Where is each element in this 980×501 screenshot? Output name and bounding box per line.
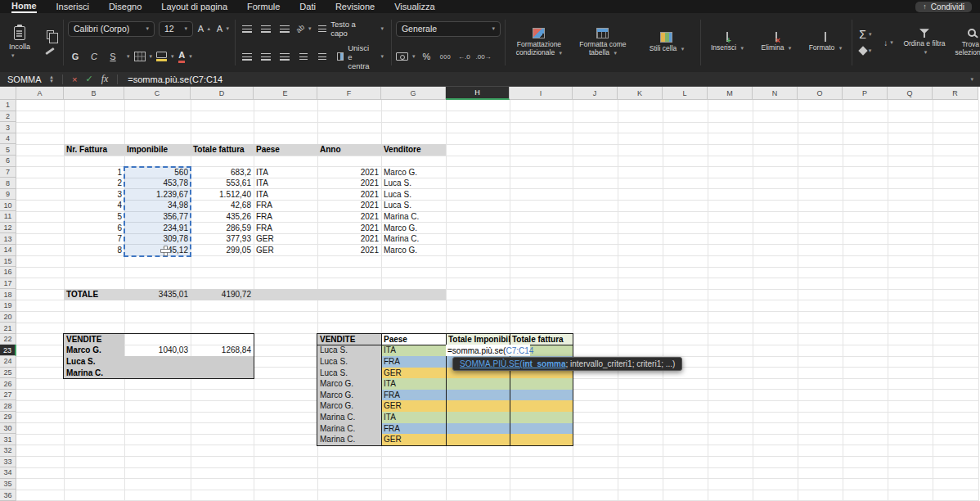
cell-F30[interactable]: Marina C. (317, 423, 381, 435)
insert-cells-button[interactable]: Inserisci ▾ (705, 34, 749, 52)
column-header-J[interactable]: J (573, 87, 618, 100)
format-painter-button[interactable] (41, 44, 59, 57)
row-header-19[interactable]: 19 (0, 300, 16, 312)
tab-visualizza[interactable]: Visualizza (394, 1, 434, 12)
column-header-L[interactable]: L (663, 87, 708, 100)
font-color-button[interactable]: A▾ (178, 49, 193, 64)
increase-font-size-button[interactable]: A▲ (197, 21, 212, 36)
cell-C11[interactable]: 356,77 (124, 211, 191, 223)
cell-E9[interactable]: ITA (254, 189, 317, 201)
cell-C23[interactable]: 1040,03 (124, 345, 191, 356)
cell-G14[interactable]: Marco G. (381, 245, 446, 256)
comma-format-button[interactable]: 000 (438, 49, 452, 64)
row-header-16[interactable]: 16 (0, 267, 16, 278)
fill-color-button[interactable]: ▾ (156, 49, 174, 64)
cell-C18[interactable]: 3435,01 (124, 289, 191, 300)
column-header-E[interactable]: E (254, 87, 317, 100)
cell-B13[interactable]: 7 (64, 233, 124, 245)
tab-inserisci[interactable]: Inserisci (56, 1, 89, 12)
cell-D8[interactable]: 553,61 (191, 178, 254, 189)
row-header-9[interactable]: 9 (0, 189, 16, 201)
cell-B10[interactable]: 4 (64, 200, 124, 211)
column-header-R[interactable]: R (933, 87, 978, 100)
underline-button[interactable]: S (106, 49, 120, 64)
cell-C5[interactable]: Imponibile (124, 144, 191, 156)
align-bottom-button[interactable] (277, 21, 292, 36)
row-header-4[interactable]: 4 (0, 133, 16, 145)
cell-D5[interactable]: Totale fattura (191, 144, 254, 156)
row-header-7[interactable]: 7 (0, 167, 16, 178)
cell-B25[interactable]: Marina C. (64, 368, 124, 379)
cell-F10[interactable]: 2021 (317, 200, 381, 211)
align-middle-button[interactable] (258, 21, 273, 36)
row-header-36[interactable]: 36 (0, 490, 16, 501)
column-header-D[interactable]: D (191, 87, 254, 100)
cell-B12[interactable]: 6 (64, 223, 124, 234)
cell-F31[interactable]: Marina C. (317, 434, 381, 445)
decrease-indent-button[interactable] (296, 49, 311, 64)
cell-F27[interactable]: Marco G. (317, 390, 381, 401)
cell-F29[interactable]: Marina C. (317, 412, 381, 423)
cell-C7[interactable]: 560 (124, 167, 191, 178)
row-header-31[interactable]: 31 (0, 434, 16, 445)
cell-G22[interactable]: Paese (381, 334, 446, 345)
cell-G31[interactable]: GER (381, 434, 446, 445)
cell-C10[interactable]: 34,98 (124, 200, 191, 211)
cell-G11[interactable]: Marina C. (381, 211, 446, 223)
percent-format-button[interactable]: % (419, 49, 434, 64)
font-size-select[interactable]: 12 ▾ (159, 21, 193, 37)
column-header-H[interactable]: H (446, 87, 510, 100)
cell-F25[interactable]: Luca S. (317, 368, 381, 379)
column-header-F[interactable]: F (317, 87, 381, 100)
cell-B8[interactable]: 2 (64, 178, 124, 189)
row-header-11[interactable]: 11 (0, 211, 16, 223)
cell-E13[interactable]: GER (254, 233, 317, 245)
row-header-22[interactable]: 22 (0, 334, 16, 345)
cell-D11[interactable]: 435,26 (191, 211, 254, 223)
function-name-link[interactable]: SOMMA.PIÙ.SE( (460, 359, 523, 368)
cell-B5[interactable]: Nr. Fattura (64, 144, 124, 156)
row-header-8[interactable]: 8 (0, 178, 16, 189)
cell-E8[interactable]: ITA (254, 178, 317, 189)
cell-F8[interactable]: 2021 (317, 178, 381, 189)
column-header-P[interactable]: P (843, 87, 888, 100)
cell-G29[interactable]: ITA (381, 412, 446, 423)
column-header-G[interactable]: G (381, 87, 446, 100)
orientation-button[interactable]: ab▾ (296, 21, 311, 36)
row-header-12[interactable]: 12 (0, 223, 16, 234)
cell-F28[interactable]: Marco G. (317, 400, 381, 412)
cell-F5[interactable]: Anno (317, 144, 381, 156)
cell-I22[interactable]: Totale fattura (510, 334, 573, 345)
row-header-29[interactable]: 29 (0, 412, 16, 423)
cancel-entry-icon[interactable]: × (72, 74, 77, 84)
name-box[interactable]: SOMMA (0, 74, 46, 84)
select-all-corner[interactable] (0, 87, 16, 100)
row-header-33[interactable]: 33 (0, 457, 16, 468)
share-button[interactable]: ↑ Condividi (915, 2, 972, 12)
cell-G10[interactable]: Luca S. (381, 200, 446, 211)
cell-D9[interactable]: 1.512,40 (191, 189, 254, 201)
italic-button[interactable]: C (87, 49, 101, 64)
align-right-button[interactable] (277, 49, 292, 64)
cell-F11[interactable]: 2021 (317, 211, 381, 223)
cell-F22[interactable]: VENDITE (317, 334, 381, 345)
paste-button[interactable]: Incolla ▾ (3, 26, 36, 59)
format-as-table-button[interactable]: Formatta come tabella ▾ (573, 28, 632, 57)
cell-E12[interactable]: FRA (254, 223, 317, 234)
cell-G24[interactable]: FRA (381, 356, 446, 368)
cell-G30[interactable]: FRA (381, 423, 446, 435)
formula-bar-expand-icon[interactable]: ▾ (970, 76, 973, 83)
bold-button[interactable]: G (68, 49, 83, 64)
tab-revisione[interactable]: Revisione (335, 1, 375, 12)
row-header-2[interactable]: 2 (0, 111, 16, 123)
cell-D12[interactable]: 286,59 (191, 223, 254, 234)
row-header-24[interactable]: 24 (0, 356, 16, 368)
column-header-B[interactable]: B (64, 87, 124, 100)
cell-G27[interactable]: FRA (381, 390, 446, 401)
column-header-I[interactable]: I (510, 87, 573, 100)
cell-G5[interactable]: Venditore (381, 144, 446, 156)
cell-F9[interactable]: 2021 (317, 189, 381, 201)
cell-E5[interactable]: Paese (254, 144, 317, 156)
row-header-6[interactable]: 6 (0, 156, 16, 167)
cell-F14[interactable]: 2021 (317, 245, 381, 256)
